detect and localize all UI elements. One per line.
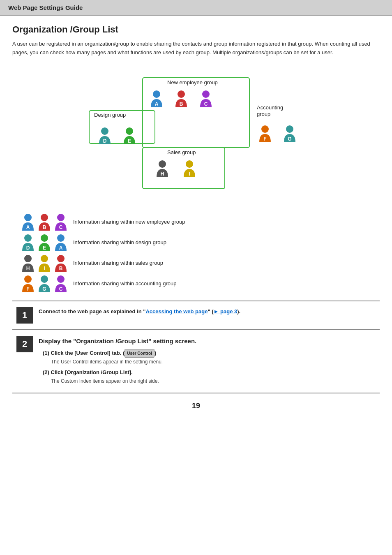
sales-label: Sales group (167, 149, 196, 155)
svg-text:B: B (180, 101, 183, 107)
main-content: Organization /Group List A user can be r… (0, 16, 392, 427)
step-2-sub2-desc: The Custom Index items appear on the rig… (51, 377, 376, 385)
svg-point-15 (286, 125, 293, 133)
diagram-svg (28, 65, 364, 205)
step-2-title: Display the "Organization /Group List" s… (39, 336, 376, 347)
legend-text-4: Information sharing within accounting gr… (73, 280, 176, 287)
step-2-number: 2 (16, 336, 33, 352)
person-H-sales: H (155, 160, 170, 177)
legend-person-C4: C (53, 275, 68, 292)
svg-text:D: D (26, 245, 30, 251)
legend-text-2: Information sharing within design group (73, 239, 166, 245)
svg-point-43 (57, 275, 65, 283)
legend-text-3: Information sharing within sales group (73, 260, 163, 266)
step-2-sub1-label: (1) Click the [User Control] tab. (User … (43, 350, 156, 356)
svg-text:F: F (26, 286, 29, 292)
svg-point-29 (41, 234, 48, 242)
person-G-accounting: G (282, 125, 297, 142)
legend-person-H3: H (21, 254, 35, 272)
header-title: Web Page Settings Guide (8, 4, 83, 11)
step-1-number: 1 (16, 307, 33, 324)
legend-person-I3: I (37, 254, 52, 272)
svg-rect-0 (143, 78, 249, 148)
step-2-sub2-label: (2) Click [Organization /Group List]. (43, 369, 133, 375)
user-control-badge: User Control (125, 349, 154, 358)
svg-point-19 (186, 160, 193, 168)
person-I-sales: I (182, 160, 197, 177)
svg-point-7 (202, 90, 210, 98)
svg-text:B: B (59, 266, 63, 271)
svg-point-11 (126, 127, 133, 135)
person-B-new: B (174, 90, 189, 107)
person-C-new: C (198, 90, 213, 107)
legend-icons-3: H I B (21, 254, 68, 272)
svg-text:F: F (263, 136, 266, 142)
person-E-design: E (122, 127, 137, 144)
svg-point-9 (101, 127, 108, 135)
page-header: Web Page Settings Guide (0, 0, 392, 16)
svg-text:C: C (59, 224, 63, 230)
legend-row-2: D E A Information sharing within design … (21, 234, 380, 251)
svg-point-17 (159, 160, 166, 168)
legend-person-D2: D (21, 234, 35, 251)
legend-section: A B C Information sharing within new emp… (12, 213, 380, 292)
person-D-design: D (97, 127, 112, 144)
page-title: Organization /Group List (12, 24, 380, 35)
svg-point-37 (57, 255, 65, 262)
legend-person-A1: A (21, 213, 35, 231)
svg-text:D: D (103, 138, 107, 144)
svg-text:G: G (288, 136, 291, 142)
legend-person-E2: E (37, 234, 52, 251)
legend-row-4: F G C Information sharing within account… (21, 275, 380, 292)
svg-point-23 (41, 214, 48, 221)
svg-text:C: C (59, 286, 63, 292)
svg-text:E: E (128, 138, 131, 144)
svg-text:G: G (42, 286, 46, 292)
step-2-sub1-desc: The User Control items appear in the set… (51, 358, 376, 366)
svg-text:I: I (44, 266, 45, 271)
legend-person-B3: B (53, 254, 68, 272)
svg-point-3 (153, 90, 160, 98)
legend-person-F4: F (21, 275, 35, 292)
svg-text:A: A (26, 224, 30, 230)
legend-icons-1: A B C (21, 213, 68, 231)
step-1-section: 1 Connect to the web page as explained i… (12, 301, 380, 330)
svg-point-39 (24, 275, 32, 283)
legend-row-1: A B C Information sharing within new emp… (21, 213, 380, 231)
svg-text:A: A (155, 101, 159, 107)
svg-text:B: B (43, 224, 46, 230)
person-A-new: A (149, 90, 164, 107)
svg-text:H: H (161, 171, 164, 177)
step-1-text: Connect to the web page as explained in … (39, 307, 376, 316)
svg-text:I: I (189, 171, 190, 177)
step-2-sub2: (2) Click [Organization /Group List]. Th… (43, 368, 376, 385)
diagram: New employee group Design group Accounti… (28, 65, 364, 205)
intro-text: A user can be registered in an organizat… (12, 40, 374, 57)
legend-person-C1: C (53, 213, 68, 231)
step-2-section: 2 Display the "Organization /Group List"… (12, 330, 380, 393)
new-employee-label: New employee group (167, 79, 218, 86)
svg-point-35 (41, 255, 48, 262)
svg-point-41 (41, 275, 48, 283)
svg-point-27 (24, 234, 32, 242)
legend-icons-4: F G C (21, 275, 68, 292)
svg-point-21 (24, 214, 32, 221)
svg-point-25 (57, 214, 65, 221)
design-label: Design group (94, 112, 126, 118)
svg-point-5 (178, 90, 185, 98)
legend-text-1: Information sharing within new employee … (73, 219, 185, 225)
step-1-content: Connect to the web page as explained in … (39, 307, 376, 316)
person-F-accounting: F (258, 125, 272, 142)
legend-icons-2: D E A (21, 234, 68, 251)
step-2-sub1: (1) Click the [User Control] tab. (User … (43, 349, 376, 366)
step-2-content: Display the "Organization /Group List" s… (39, 336, 376, 387)
legend-person-B1: B (37, 213, 52, 231)
svg-text:A: A (59, 245, 63, 251)
svg-point-31 (57, 234, 65, 242)
legend-row-3: H I B Information sharing within sales g… (21, 254, 380, 272)
accounting-label: Accounting group (257, 104, 294, 118)
step-1-page-link[interactable]: ► page 3 (214, 308, 238, 314)
step-1-link[interactable]: Accessing the web page (145, 308, 208, 314)
legend-person-G4: G (37, 275, 52, 292)
page-number: 19 (12, 393, 380, 419)
